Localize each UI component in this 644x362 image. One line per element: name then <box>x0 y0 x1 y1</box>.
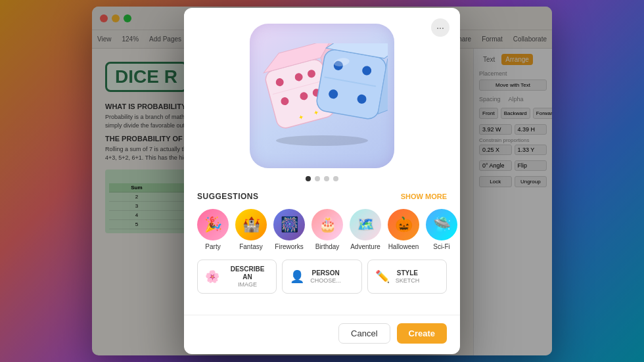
suggestion-icons-row: 🎉 Party 🏰 Fantasy 🎆 Fireworks 🎂 Birthday… <box>197 209 447 250</box>
suggestion-halloween[interactable]: 🎃 Halloween <box>388 209 419 250</box>
modal-footer: Cancel Create <box>184 315 460 354</box>
describe-text: DESCRIBE AN IMAGE <box>225 265 270 288</box>
describe-image-button[interactable]: 🌸 DESCRIBE AN IMAGE <box>197 260 277 294</box>
halloween-icon: 🎃 <box>388 209 419 240</box>
person-icon: 👤 <box>289 269 305 284</box>
suggestion-fireworks[interactable]: 🎆 Fireworks <box>273 209 305 250</box>
birthday-label: Birthday <box>315 243 340 250</box>
dice-preview-image: ✦ ✦ <box>250 24 394 168</box>
birthday-icon: 🎂 <box>311 209 343 240</box>
scifi-icon: 🛸 <box>426 209 457 240</box>
suggestion-birthday[interactable]: 🎂 Birthday <box>311 209 343 250</box>
style-icon: ✏️ <box>375 269 390 284</box>
modal-image-area: ··· <box>184 8 460 192</box>
fantasy-icon: 🏰 <box>235 209 267 240</box>
dot-4[interactable] <box>333 176 338 181</box>
modal-body: SUGGESTIONS SHOW MORE 🎉 Party 🏰 Fantasy … <box>184 192 460 315</box>
suggestions-header: SUGGESTIONS SHOW MORE <box>197 192 447 201</box>
suggestion-fantasy[interactable]: 🏰 Fantasy <box>235 209 267 250</box>
adventure-label: Adventure <box>350 243 380 250</box>
dot-2[interactable] <box>315 176 320 181</box>
dice-illustration-svg: ✦ ✦ <box>256 43 388 148</box>
style-text: STYLE SKETCH <box>396 269 420 284</box>
scifi-label: Sci-Fi <box>433 243 450 250</box>
party-label: Party <box>205 243 220 250</box>
dot-3[interactable] <box>324 176 329 181</box>
suggestions-label: SUGGESTIONS <box>197 192 259 201</box>
show-more-button[interactable]: SHOW MORE <box>401 192 447 200</box>
suggestion-adventure[interactable]: 🗺️ Adventure <box>350 209 381 250</box>
suggestion-scifi[interactable]: 🛸 Sci-Fi <box>426 209 457 250</box>
create-button[interactable]: Create <box>397 323 447 344</box>
describe-icon: 🌸 <box>204 269 220 284</box>
style-sketch-button[interactable]: ✏️ STYLE SKETCH <box>367 260 447 294</box>
action-buttons-row: 🌸 DESCRIBE AN IMAGE 👤 PERSON CHOOSE... ✏… <box>197 260 447 294</box>
fantasy-label: Fantasy <box>239 243 263 250</box>
ellipsis-icon: ··· <box>436 22 444 33</box>
person-text: PERSON CHOOSE... <box>310 269 341 284</box>
party-icon: 🎉 <box>197 209 229 240</box>
adventure-icon: 🗺️ <box>350 209 381 240</box>
modal-overlay: ··· <box>0 0 644 362</box>
suggestion-party[interactable]: 🎉 Party <box>197 209 229 250</box>
svg-point-17 <box>276 135 368 146</box>
person-choose-button[interactable]: 👤 PERSON CHOOSE... <box>282 260 361 294</box>
fireworks-label: Fireworks <box>275 243 303 250</box>
cancel-button[interactable]: Cancel <box>338 323 390 344</box>
more-options-button[interactable]: ··· <box>431 18 449 37</box>
image-pagination-dots <box>306 176 338 181</box>
image-generation-modal: ··· <box>184 8 460 354</box>
fireworks-icon: 🎆 <box>273 209 305 240</box>
dot-1[interactable] <box>306 176 311 181</box>
halloween-label: Halloween <box>388 243 419 250</box>
svg-rect-10 <box>315 48 388 120</box>
